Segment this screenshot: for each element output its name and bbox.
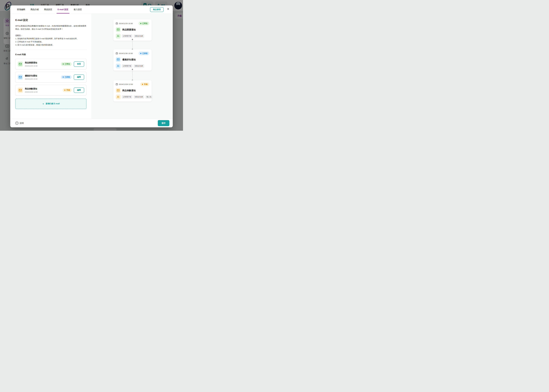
timeline-card: 2024/11/30 10:30 已排程 優惠折扣通知 訂閱電子報 領取折扣碼 bbox=[113, 49, 152, 70]
close-icon[interactable]: ✕ bbox=[167, 8, 169, 11]
add-marketing-email-button[interactable]: ＋ 新增行銷 E-mail bbox=[15, 98, 86, 109]
save-button[interactable]: 儲存 bbox=[158, 120, 169, 126]
email-list-item: 優惠折扣通知 2024/11/30 10:30 已排程 編輯 bbox=[15, 72, 86, 83]
status-badge: 已排程 bbox=[139, 52, 149, 55]
reminder-item: 1. 當蒐集到名單的時間已超過 E-mail 發送時間，則不會寄送 E-mail… bbox=[15, 37, 86, 40]
calendar-icon bbox=[116, 22, 118, 25]
timeline-title: 商品開賣通知 bbox=[122, 28, 136, 31]
audience-tag: 訂閱電子報 bbox=[122, 34, 132, 38]
edit-button[interactable]: 編輯 bbox=[74, 87, 84, 93]
timeline-datetime: 2024/11/25 10:30 bbox=[119, 22, 133, 25]
audience-tag: 領取折扣碼 bbox=[134, 95, 144, 99]
email-settings-pane: E-mail 設定 您可以透過設定商品專屬的行銷通知 E-mail，向您的客群傳… bbox=[10, 14, 92, 119]
email-list-item: 商品開賣通知 2024/11/25 10:30 已寄送 查看 bbox=[15, 59, 86, 70]
modal-tabs: 區塊編輯 商品介紹 商品設定 E-mail 設定 嵌入設定 bbox=[14, 5, 84, 14]
plus-icon: ＋ bbox=[42, 102, 44, 105]
tab-product-intro[interactable]: 商品介紹 bbox=[28, 5, 42, 14]
mail-icon bbox=[116, 27, 121, 32]
status-badge: 草稿 bbox=[63, 88, 71, 92]
calendar-icon bbox=[116, 83, 118, 85]
mail-icon bbox=[18, 61, 23, 67]
email-title: 商品開賣通知 bbox=[25, 61, 61, 64]
audience-tag: 領取折扣碼 bbox=[134, 64, 144, 68]
tab-embed-settings[interactable]: 嵌入設定 bbox=[71, 5, 84, 14]
email-datetime: 2024/11/30 10:30 bbox=[25, 78, 61, 80]
timeline-title: 優惠折扣通知 bbox=[122, 58, 136, 61]
question-icon: ? bbox=[15, 122, 18, 125]
audience-tag: 訂閱電子報 bbox=[122, 95, 132, 99]
tab-block-edit[interactable]: 區塊編輯 bbox=[14, 5, 28, 14]
add-button-label: 新增行銷 E-mail bbox=[46, 102, 60, 105]
timeline-datetime: 2024/12/28 12:00 bbox=[119, 83, 133, 85]
email-settings-modal: 區塊編輯 商品介紹 商品設定 E-mail 設定 嵌入設定 商品管理 ✕ E-m… bbox=[10, 5, 173, 127]
mail-icon bbox=[116, 57, 121, 62]
status-dot-icon bbox=[140, 53, 141, 54]
reminder-block: 提醒您： 1. 當蒐集到名單的時間已超過 E-mail 發送時間，則不會寄送 E… bbox=[15, 34, 86, 47]
status-dot-icon bbox=[64, 90, 65, 91]
help-button[interactable]: ? 說明 bbox=[15, 122, 24, 125]
email-datetime: 2024/11/25 10:30 bbox=[25, 65, 61, 67]
timeline-connector bbox=[132, 40, 133, 49]
email-title: 商品倒數通知 bbox=[25, 87, 63, 90]
email-list-item: 商品倒數通知 2024/12/28 12:00 草稿 編輯 bbox=[15, 85, 86, 96]
status-badge: 已排程 bbox=[61, 75, 72, 79]
status-badge: 已寄送 bbox=[139, 22, 149, 25]
page-description: 您可以透過設定商品專屬的行銷通知 E-mail，向您的客群傳遞重要訊息，促使消費… bbox=[15, 24, 86, 31]
modal-footer: ? 說明 儲存 bbox=[10, 119, 173, 127]
product-manage-button[interactable]: 商品管理 bbox=[150, 7, 164, 12]
mail-icon bbox=[18, 74, 23, 80]
status-dot-icon bbox=[142, 84, 143, 85]
status-dot-icon bbox=[140, 23, 141, 24]
reminder-title: 提醒您： bbox=[15, 34, 86, 37]
person-add-icon bbox=[116, 34, 121, 39]
mail-icon bbox=[18, 87, 23, 93]
email-datetime: 2024/12/28 12:00 bbox=[25, 91, 63, 93]
timeline-datetime: 2024/11/30 10:30 bbox=[119, 52, 133, 55]
email-title: 優惠折扣通知 bbox=[25, 74, 61, 77]
tab-product-settings[interactable]: 商品設定 bbox=[42, 5, 55, 14]
help-label: 說明 bbox=[20, 122, 24, 125]
timeline-connector bbox=[132, 70, 133, 80]
timeline-card: 2024/12/28 12:00 草稿 商品倒數通知 訂閱電子報 領取折扣碼 bbox=[113, 80, 152, 101]
status-dot-icon bbox=[63, 77, 64, 78]
modal-header: 區塊編輯 商品介紹 商品設定 E-mail 設定 嵌入設定 商品管理 ✕ bbox=[10, 5, 173, 14]
view-button[interactable]: 查看 bbox=[74, 61, 84, 67]
tab-email-settings[interactable]: E-mail 設定 bbox=[55, 5, 71, 14]
edit-button[interactable]: 編輯 bbox=[74, 74, 84, 80]
audience-tag: 懶人包 bbox=[145, 95, 153, 99]
audience-tag: 訂閱電子報 bbox=[122, 64, 132, 68]
status-badge: 已寄送 bbox=[61, 62, 72, 66]
timeline-title: 商品倒數通知 bbox=[122, 89, 136, 92]
reminder-item: 3. 當 E-mail 成功發送後，會減少您的發信額度。 bbox=[15, 43, 86, 46]
audience-tag: 領取折扣碼 bbox=[134, 34, 144, 38]
status-dot-icon bbox=[63, 63, 64, 65]
email-timeline-pane: 2024/11/25 10:30 已寄送 商品開賣通知 訂閱電子報 領取折扣碼 bbox=[92, 14, 173, 119]
person-add-icon bbox=[116, 95, 121, 99]
mail-icon bbox=[116, 88, 121, 93]
timeline-card: 2024/11/25 10:30 已寄送 商品開賣通知 訂閱電子報 領取折扣碼 bbox=[113, 19, 152, 41]
page-title: E-mail 設定 bbox=[15, 18, 86, 22]
calendar-icon bbox=[116, 52, 118, 55]
person-add-icon bbox=[116, 64, 121, 69]
reminder-item: 2. 已寄送的 E-mail 不可再做更改。 bbox=[15, 40, 86, 43]
email-list-title: E-mail 列表 bbox=[15, 53, 86, 56]
status-badge: 草稿 bbox=[140, 83, 149, 86]
